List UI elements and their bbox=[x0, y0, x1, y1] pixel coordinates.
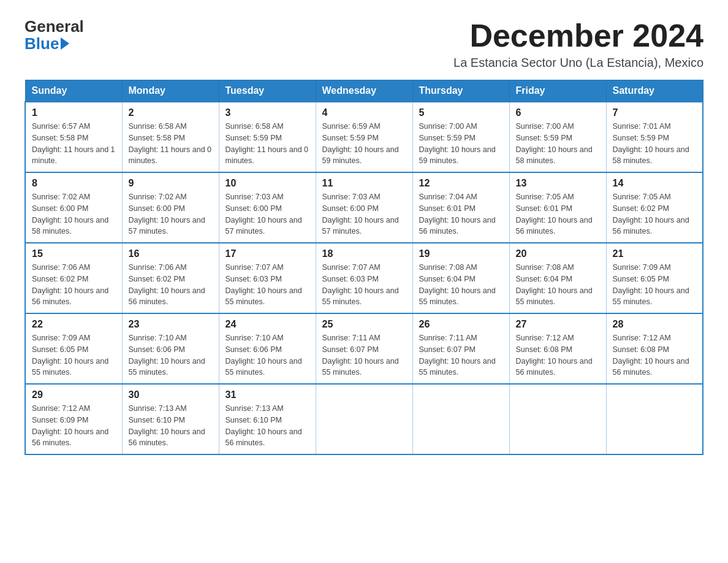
day-number: 14 bbox=[613, 178, 697, 189]
table-row: 15 Sunrise: 7:06 AMSunset: 6:02 PMDaylig… bbox=[25, 243, 122, 313]
col-sunday: Sunday bbox=[25, 80, 122, 102]
day-info: Sunrise: 7:10 AMSunset: 6:06 PMDaylight:… bbox=[129, 332, 213, 378]
table-row bbox=[316, 384, 412, 454]
logo-general-text: General bbox=[25, 18, 84, 34]
page-header: General Blue December 2024 La Estancia S… bbox=[25, 18, 703, 70]
day-info: Sunrise: 7:02 AMSunset: 6:00 PMDaylight:… bbox=[129, 191, 213, 237]
day-number: 7 bbox=[613, 107, 697, 118]
day-number: 28 bbox=[613, 319, 697, 330]
table-row: 10 Sunrise: 7:03 AMSunset: 6:00 PMDaylig… bbox=[219, 172, 316, 243]
col-monday: Monday bbox=[122, 80, 219, 102]
table-row: 18 Sunrise: 7:07 AMSunset: 6:03 PMDaylig… bbox=[316, 243, 412, 313]
calendar-week-row: 22 Sunrise: 7:09 AMSunset: 6:05 PMDaylig… bbox=[25, 313, 703, 384]
day-info: Sunrise: 7:07 AMSunset: 6:03 PMDaylight:… bbox=[322, 262, 406, 308]
month-title: December 2024 bbox=[453, 18, 703, 53]
table-row: 25 Sunrise: 7:11 AMSunset: 6:07 PMDaylig… bbox=[316, 313, 412, 384]
day-number: 13 bbox=[516, 178, 600, 189]
day-number: 3 bbox=[226, 107, 309, 118]
day-info: Sunrise: 7:11 AMSunset: 6:07 PMDaylight:… bbox=[419, 332, 503, 378]
logo-blue-part: Blue bbox=[25, 34, 69, 53]
table-row: 7 Sunrise: 7:01 AMSunset: 5:59 PMDayligh… bbox=[606, 102, 703, 172]
day-number: 31 bbox=[226, 389, 309, 400]
day-number: 16 bbox=[129, 248, 213, 259]
day-number: 25 bbox=[322, 319, 406, 330]
table-row: 3 Sunrise: 6:58 AMSunset: 5:59 PMDayligh… bbox=[219, 102, 316, 172]
table-row bbox=[412, 384, 509, 454]
day-number: 23 bbox=[129, 319, 213, 330]
day-info: Sunrise: 7:05 AMSunset: 6:01 PMDaylight:… bbox=[516, 191, 600, 237]
day-info: Sunrise: 7:07 AMSunset: 6:03 PMDaylight:… bbox=[226, 262, 309, 308]
day-number: 2 bbox=[129, 107, 213, 118]
day-number: 26 bbox=[419, 319, 503, 330]
calendar-week-row: 15 Sunrise: 7:06 AMSunset: 6:02 PMDaylig… bbox=[25, 243, 703, 313]
day-number: 15 bbox=[32, 248, 116, 259]
day-info: Sunrise: 7:13 AMSunset: 6:10 PMDaylight:… bbox=[129, 403, 213, 449]
day-info: Sunrise: 7:06 AMSunset: 6:02 PMDaylight:… bbox=[32, 262, 116, 308]
calendar-week-row: 29 Sunrise: 7:12 AMSunset: 6:09 PMDaylig… bbox=[25, 384, 703, 454]
day-number: 21 bbox=[613, 248, 697, 259]
table-row: 9 Sunrise: 7:02 AMSunset: 6:00 PMDayligh… bbox=[122, 172, 219, 243]
day-number: 19 bbox=[419, 248, 503, 259]
table-row: 2 Sunrise: 6:58 AMSunset: 5:58 PMDayligh… bbox=[122, 102, 219, 172]
day-info: Sunrise: 7:02 AMSunset: 6:00 PMDaylight:… bbox=[32, 191, 116, 237]
table-row: 6 Sunrise: 7:00 AMSunset: 5:59 PMDayligh… bbox=[509, 102, 606, 172]
day-number: 8 bbox=[32, 178, 116, 189]
day-number: 17 bbox=[226, 248, 309, 259]
location-subtitle: La Estancia Sector Uno (La Estancia), Me… bbox=[453, 56, 703, 70]
day-info: Sunrise: 7:00 AMSunset: 5:59 PMDaylight:… bbox=[419, 121, 503, 167]
day-info: Sunrise: 6:58 AMSunset: 5:59 PMDaylight:… bbox=[226, 121, 309, 167]
table-row: 13 Sunrise: 7:05 AMSunset: 6:01 PMDaylig… bbox=[509, 172, 606, 243]
table-row: 27 Sunrise: 7:12 AMSunset: 6:08 PMDaylig… bbox=[509, 313, 606, 384]
day-info: Sunrise: 7:08 AMSunset: 6:04 PMDaylight:… bbox=[419, 262, 503, 308]
day-info: Sunrise: 7:11 AMSunset: 6:07 PMDaylight:… bbox=[322, 332, 406, 378]
table-row bbox=[606, 384, 703, 454]
table-row: 26 Sunrise: 7:11 AMSunset: 6:07 PMDaylig… bbox=[412, 313, 509, 384]
day-info: Sunrise: 6:58 AMSunset: 5:58 PMDaylight:… bbox=[129, 121, 213, 167]
day-info: Sunrise: 7:01 AMSunset: 5:59 PMDaylight:… bbox=[613, 121, 697, 167]
table-row: 14 Sunrise: 7:05 AMSunset: 6:02 PMDaylig… bbox=[606, 172, 703, 243]
day-number: 5 bbox=[419, 107, 503, 118]
table-row: 23 Sunrise: 7:10 AMSunset: 6:06 PMDaylig… bbox=[122, 313, 219, 384]
day-number: 22 bbox=[32, 319, 116, 330]
day-info: Sunrise: 6:59 AMSunset: 5:59 PMDaylight:… bbox=[322, 121, 406, 167]
day-number: 20 bbox=[516, 248, 600, 259]
title-section: December 2024 La Estancia Sector Uno (La… bbox=[453, 18, 703, 70]
day-info: Sunrise: 7:10 AMSunset: 6:06 PMDaylight:… bbox=[226, 332, 309, 378]
table-row: 31 Sunrise: 7:13 AMSunset: 6:10 PMDaylig… bbox=[219, 384, 316, 454]
day-number: 11 bbox=[322, 178, 406, 189]
day-number: 29 bbox=[32, 389, 116, 400]
calendar-table: Sunday Monday Tuesday Wednesday Thursday… bbox=[25, 80, 703, 455]
col-tuesday: Tuesday bbox=[219, 80, 316, 102]
col-friday: Friday bbox=[509, 80, 606, 102]
table-row: 11 Sunrise: 7:03 AMSunset: 6:00 PMDaylig… bbox=[316, 172, 412, 243]
calendar-week-row: 8 Sunrise: 7:02 AMSunset: 6:00 PMDayligh… bbox=[25, 172, 703, 243]
day-number: 4 bbox=[322, 107, 406, 118]
day-info: Sunrise: 7:12 AMSunset: 6:09 PMDaylight:… bbox=[32, 403, 116, 449]
table-row: 12 Sunrise: 7:04 AMSunset: 6:01 PMDaylig… bbox=[412, 172, 509, 243]
day-number: 24 bbox=[226, 319, 309, 330]
day-number: 30 bbox=[129, 389, 213, 400]
day-info: Sunrise: 7:09 AMSunset: 6:05 PMDaylight:… bbox=[613, 262, 697, 308]
calendar-week-row: 1 Sunrise: 6:57 AMSunset: 5:58 PMDayligh… bbox=[25, 102, 703, 172]
day-number: 18 bbox=[322, 248, 406, 259]
table-row: 24 Sunrise: 7:10 AMSunset: 6:06 PMDaylig… bbox=[219, 313, 316, 384]
table-row: 22 Sunrise: 7:09 AMSunset: 6:05 PMDaylig… bbox=[25, 313, 122, 384]
logo: General Blue bbox=[25, 18, 84, 53]
day-info: Sunrise: 6:57 AMSunset: 5:58 PMDaylight:… bbox=[32, 121, 116, 167]
day-info: Sunrise: 7:03 AMSunset: 6:00 PMDaylight:… bbox=[226, 191, 309, 237]
day-info: Sunrise: 7:08 AMSunset: 6:04 PMDaylight:… bbox=[516, 262, 600, 308]
day-info: Sunrise: 7:04 AMSunset: 6:01 PMDaylight:… bbox=[419, 191, 503, 237]
table-row: 29 Sunrise: 7:12 AMSunset: 6:09 PMDaylig… bbox=[25, 384, 122, 454]
col-thursday: Thursday bbox=[412, 80, 509, 102]
table-row: 4 Sunrise: 6:59 AMSunset: 5:59 PMDayligh… bbox=[316, 102, 412, 172]
day-info: Sunrise: 7:06 AMSunset: 6:02 PMDaylight:… bbox=[129, 262, 213, 308]
table-row: 1 Sunrise: 6:57 AMSunset: 5:58 PMDayligh… bbox=[25, 102, 122, 172]
table-row bbox=[509, 384, 606, 454]
day-info: Sunrise: 7:00 AMSunset: 5:59 PMDaylight:… bbox=[516, 121, 600, 167]
day-info: Sunrise: 7:09 AMSunset: 6:05 PMDaylight:… bbox=[32, 332, 116, 378]
col-saturday: Saturday bbox=[606, 80, 703, 102]
table-row: 19 Sunrise: 7:08 AMSunset: 6:04 PMDaylig… bbox=[412, 243, 509, 313]
day-number: 9 bbox=[129, 178, 213, 189]
calendar-header-row: Sunday Monday Tuesday Wednesday Thursday… bbox=[25, 80, 703, 102]
table-row: 28 Sunrise: 7:12 AMSunset: 6:08 PMDaylig… bbox=[606, 313, 703, 384]
